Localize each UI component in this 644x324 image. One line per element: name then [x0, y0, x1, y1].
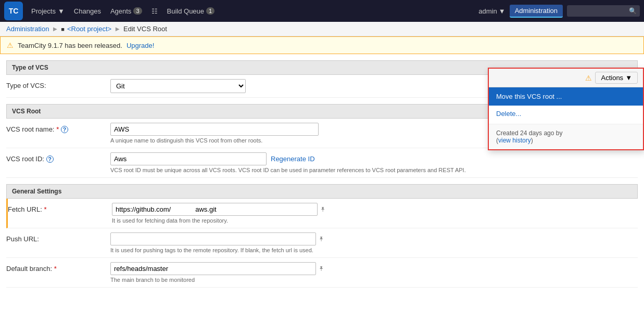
nav-administration[interactable]: Administration [510, 5, 563, 18]
help-icon-name[interactable]: ? [61, 126, 68, 133]
general-settings-section: General Settings [6, 184, 638, 199]
type-of-vcs-select[interactable]: Git [110, 79, 246, 93]
actions-dropdown: ⚠ Actions ▼ Move this VCS root ... Delet… [488, 68, 644, 150]
move-vcs-root-button[interactable]: Move this VCS root ... [489, 87, 643, 106]
tc-logo[interactable]: TC [4, 2, 23, 20]
default-branch-field: 🖈 The main branch to be monitored [110, 262, 638, 283]
fetch-url-field: 🖈 It is used for fetching data from the … [112, 203, 638, 224]
breadcrumb-current: Edit VCS Root [123, 25, 167, 33]
push-url-row: Push URL: 🖈 It is used for pushing tags … [6, 228, 638, 258]
push-url-input[interactable] [110, 232, 316, 245]
vcs-root-id-input[interactable] [110, 152, 267, 165]
view-history-link[interactable]: view history [498, 137, 531, 144]
fetch-url-hint: It is used for fetching data from the re… [112, 217, 638, 224]
nav-right: admin ▼ Administration 🔍 [478, 5, 640, 18]
default-branch-edit-icon[interactable]: 🖈 [318, 265, 325, 273]
nav-grid[interactable]: ☷ [147, 5, 162, 17]
actions-button[interactable]: Actions ▼ [595, 72, 638, 84]
fetch-url-label: Fetch URL: * [8, 203, 112, 213]
vcs-root-id-hint: VCS root ID must be unique across all VC… [110, 167, 466, 173]
breadcrumb-sep-1: ► [52, 25, 58, 33]
vcs-root-id-row: VCS root ID: ? Regenerate ID VCS root ID… [6, 148, 638, 178]
actions-warning-icon: ⚠ [585, 74, 592, 82]
required-star-branch: * [54, 265, 57, 273]
push-url-label: Push URL: [6, 232, 110, 243]
default-branch-hint: The main branch to be monitored [110, 277, 638, 283]
push-url-hint: It is used for pushing tags to the remot… [110, 247, 638, 253]
breadcrumb-administration[interactable]: Administration [6, 25, 49, 33]
fetch-url-input-wrap: 🖈 [112, 203, 638, 216]
actions-chevron-icon: ▼ [625, 74, 632, 82]
grid-icon: ☷ [151, 7, 158, 15]
default-branch-input-wrap: 🖈 [110, 262, 638, 275]
build-queue-badge: 1 [206, 7, 214, 15]
root-project-icon: ■ [61, 26, 65, 32]
nav-build-queue[interactable]: Build Queue 1 [163, 5, 219, 17]
nav-items: Projects ▼ Changes Agents 3 ☷ Build Queu… [27, 5, 474, 17]
alert-banner: ⚠ TeamCity 9.1.7 has been released. Upgr… [0, 36, 644, 54]
breadcrumb: Administration ► ■ <Root project> ► Edit… [6, 25, 167, 33]
agents-badge: 3 [133, 7, 142, 15]
alert-message: TeamCity 9.1.7 has been released. [18, 42, 122, 49]
type-of-vcs-label: Type of VCS: [6, 79, 110, 89]
help-icon-id[interactable]: ? [46, 155, 54, 163]
nav-projects[interactable]: Projects ▼ [27, 5, 69, 17]
actions-header: ⚠ Actions ▼ [489, 69, 643, 87]
page-wrapper: ⚠ TeamCity 9.1.7 has been released. Upgr… [0, 36, 644, 298]
upgrade-link[interactable]: Upgrade! [127, 42, 154, 49]
vcs-root-name-input[interactable] [110, 123, 319, 136]
fetch-url-edit-icon[interactable]: 🖈 [320, 205, 326, 213]
vcs-root-id-label: VCS root ID: ? [6, 152, 110, 163]
regenerate-id-link[interactable]: Regenerate ID [271, 155, 315, 163]
default-branch-row: Default branch: * 🖈 The main branch to b… [6, 258, 638, 288]
fetch-url-input[interactable] [112, 203, 318, 216]
default-branch-input[interactable] [110, 262, 316, 275]
id-row-inline: Regenerate ID [110, 152, 315, 165]
breadcrumb-sep-2: ► [114, 25, 121, 33]
search-icon: 🔍 [629, 7, 637, 15]
required-star-name: * [56, 125, 59, 133]
created-info: Created 24 days ago by (view history) [489, 124, 643, 149]
breadcrumb-root-project[interactable]: <Root project> [67, 25, 111, 33]
breadcrumb-bar: Administration ► ■ <Root project> ► Edit… [0, 22, 644, 36]
vcs-root-id-field: Regenerate ID VCS root ID must be unique… [110, 152, 638, 173]
delete-link[interactable]: Delete... [489, 106, 643, 122]
default-branch-label: Default branch: * [6, 262, 110, 273]
nav-agents[interactable]: Agents 3 [106, 5, 146, 17]
top-nav: TC Projects ▼ Changes Agents 3 ☷ Build Q… [0, 0, 644, 22]
required-star-fetch: * [44, 205, 46, 213]
vcs-root-name-label: VCS root name: * ? [6, 123, 110, 133]
push-url-field: 🖈 It is used for pushing tags to the rem… [110, 232, 638, 253]
fetch-url-row: Fetch URL: * 🖈 It is used for fetching d… [6, 199, 638, 228]
search-wrap: 🔍 [567, 5, 640, 17]
alert-warning-icon: ⚠ [7, 41, 14, 49]
nav-changes[interactable]: Changes [70, 5, 105, 17]
nav-admin[interactable]: admin ▼ [478, 7, 505, 15]
push-url-input-wrap: 🖈 [110, 232, 638, 245]
push-url-edit-icon[interactable]: 🖈 [318, 235, 325, 243]
